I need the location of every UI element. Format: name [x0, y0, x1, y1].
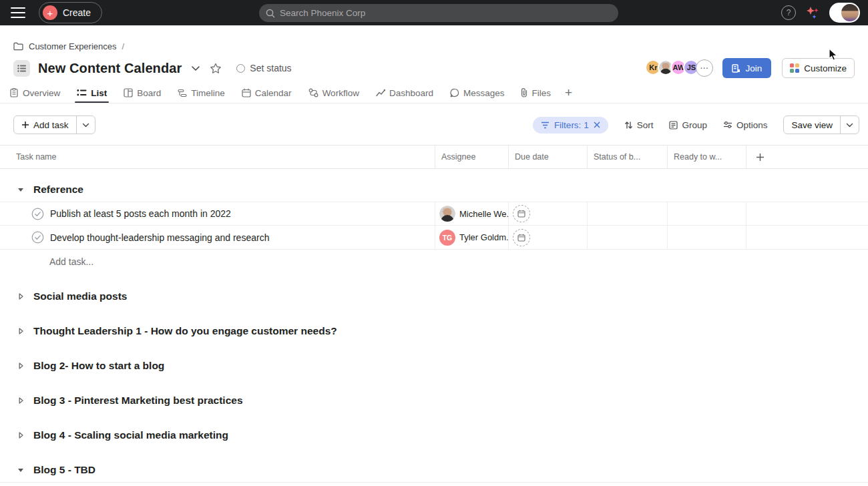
collapse-section-icon[interactable]: [17, 468, 24, 473]
tab-calendar[interactable]: Calendar: [242, 83, 292, 103]
toolbar: Add task Filters: 1 Sort Group: [0, 115, 868, 134]
tab-dashboard[interactable]: Dashboard: [376, 83, 433, 103]
sort-button[interactable]: Sort: [624, 120, 654, 130]
join-button[interactable]: Join: [722, 58, 771, 78]
breadcrumb-separator: /: [122, 41, 125, 51]
section-header[interactable]: Reference: [0, 178, 868, 202]
toolbar-right: Filters: 1 Sort Group Options Save view: [533, 115, 859, 134]
topbar-right: ?: [781, 0, 860, 25]
hamburger-menu-icon[interactable]: [11, 7, 25, 18]
project-header: Customer Experiences / New Content Calen…: [0, 40, 868, 77]
topbar: + Create Search Phoenix Corp ?: [0, 0, 868, 25]
clear-filters-icon[interactable]: [594, 121, 600, 128]
dashboard-icon: [376, 89, 385, 97]
set-due-date-icon[interactable]: [513, 229, 530, 246]
complete-task-icon[interactable]: [31, 208, 44, 220]
column-task-name[interactable]: Task name: [0, 146, 435, 168]
task-name: Publish at least 5 posts each month in 2…: [50, 208, 231, 219]
group-button[interactable]: Group: [669, 120, 707, 130]
tab-timeline[interactable]: Timeline: [178, 83, 225, 103]
breadcrumb[interactable]: Customer Experiences /: [13, 40, 855, 52]
expand-section-icon[interactable]: [17, 293, 24, 300]
create-button-label: Create: [63, 7, 91, 18]
search-placeholder: Search Phoenix Corp: [280, 8, 365, 18]
section-header[interactable]: Blog 4 - Scaling social media marketing: [0, 423, 868, 447]
column-status[interactable]: Status of b...: [587, 146, 667, 168]
assignee-cell[interactable]: Michelle We...: [435, 202, 508, 225]
collapse-section-icon[interactable]: [17, 188, 24, 192]
section-title: Blog 3 - Pinterest Marketing best practi…: [33, 395, 243, 407]
section-header[interactable]: Thought Leadership 1 - How do you engage…: [0, 319, 868, 343]
tab-workflow[interactable]: Workflow: [308, 83, 359, 103]
breadcrumb-label[interactable]: Customer Experiences: [29, 41, 117, 51]
status-cell[interactable]: [587, 202, 667, 225]
set-status-button[interactable]: Set status: [236, 63, 291, 73]
tab-messages[interactable]: Messages: [450, 83, 505, 103]
add-task-caret[interactable]: [76, 116, 95, 134]
customize-button[interactable]: Customize: [782, 58, 855, 78]
star-icon[interactable]: [210, 63, 222, 74]
add-tab-button[interactable]: +: [565, 85, 572, 100]
section-header[interactable]: Blog 5 - TBD: [0, 458, 868, 482]
calendar-icon: [242, 88, 251, 97]
filters-pill[interactable]: Filters: 1: [533, 117, 608, 134]
more-members-button[interactable]: ···: [696, 59, 713, 77]
set-status-label: Set status: [250, 63, 291, 73]
section-title: Reference: [33, 184, 83, 196]
expand-section-icon[interactable]: [17, 397, 24, 404]
table-header: Task name Assignee Due date Status of b.…: [0, 145, 868, 169]
help-icon[interactable]: ?: [781, 5, 796, 20]
tab-overview[interactable]: Overview: [9, 83, 60, 103]
status-cell[interactable]: [587, 226, 667, 249]
section-header[interactable]: Social media posts: [0, 284, 868, 308]
create-button[interactable]: + Create: [39, 2, 102, 23]
assignee-name: Tyler Goldm...: [459, 232, 508, 242]
search-input[interactable]: Search Phoenix Corp: [259, 4, 618, 22]
assignee-cell[interactable]: TGTyler Goldm...: [435, 226, 508, 249]
add-task-row[interactable]: Add task...: [0, 250, 868, 274]
tab-files[interactable]: Files: [521, 83, 551, 103]
set-due-date-icon[interactable]: [513, 205, 530, 222]
tab-label: List: [91, 88, 107, 98]
add-column-button[interactable]: [746, 146, 868, 168]
due-date-cell[interactable]: [508, 202, 587, 225]
task-name-cell[interactable]: Develop thought-leadership messaging and…: [0, 226, 435, 249]
chevron-down-icon[interactable]: [191, 65, 200, 71]
task-list: ReferencePublish at least 5 posts each m…: [0, 178, 868, 483]
page-title[interactable]: New Content Calendar: [38, 61, 182, 76]
save-view-label: Save view: [791, 120, 833, 130]
tab-label: Files: [531, 88, 551, 98]
project-list-icon[interactable]: [13, 60, 30, 77]
row-spacer-cell: [746, 202, 868, 225]
task-row[interactable]: Develop thought-leadership messaging and…: [0, 226, 868, 250]
column-due-date[interactable]: Due date: [508, 146, 587, 168]
section-header[interactable]: Blog 2- How to start a blog: [0, 354, 868, 378]
ready-cell[interactable]: [667, 202, 746, 225]
column-assignee[interactable]: Assignee: [435, 146, 508, 168]
timeline-icon: [178, 89, 187, 97]
folder-icon: [13, 42, 23, 51]
section-title: Social media posts: [33, 290, 127, 302]
tab-list[interactable]: List: [77, 83, 107, 103]
status-circle-icon: [236, 64, 245, 73]
tab-board[interactable]: Board: [124, 83, 161, 103]
complete-task-icon[interactable]: [31, 231, 44, 244]
expand-section-icon[interactable]: [17, 362, 24, 369]
expand-section-icon[interactable]: [17, 432, 24, 439]
save-view-caret[interactable]: [840, 116, 859, 134]
section-header[interactable]: Blog 3 - Pinterest Marketing best practi…: [0, 389, 868, 413]
save-view-button[interactable]: Save view: [784, 116, 840, 134]
sparkle-ai-icon[interactable]: [806, 5, 819, 20]
due-date-cell[interactable]: [508, 226, 587, 249]
app-window: + Create Search Phoenix Corp ?: [0, 0, 868, 486]
add-task-button[interactable]: Add task: [14, 116, 76, 134]
user-avatar[interactable]: [829, 3, 860, 23]
column-ready[interactable]: Ready to w...: [667, 146, 746, 168]
options-button[interactable]: Options: [723, 120, 768, 130]
overview-icon: [9, 88, 19, 97]
task-row[interactable]: Publish at least 5 posts each month in 2…: [0, 202, 868, 226]
task-name-cell[interactable]: Publish at least 5 posts each month in 2…: [0, 202, 435, 225]
tab-label: Timeline: [191, 88, 225, 98]
ready-cell[interactable]: [667, 226, 746, 249]
expand-section-icon[interactable]: [17, 328, 24, 334]
